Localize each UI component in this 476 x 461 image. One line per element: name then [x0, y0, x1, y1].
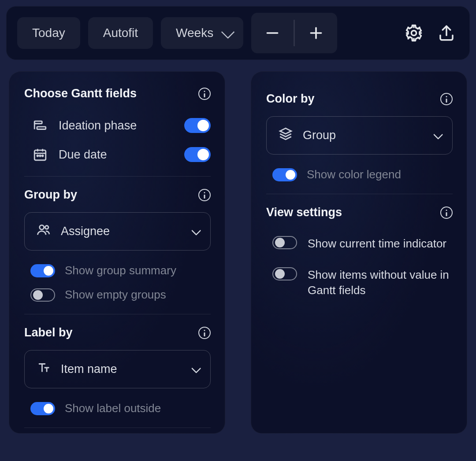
- sub-label: Show group summary: [65, 264, 211, 277]
- sub-label: Show empty groups: [65, 288, 211, 302]
- toggle-show-label-outside[interactable]: [30, 402, 55, 415]
- people-icon: [36, 222, 51, 240]
- section-gantt-fields-header: Choose Gantt fields: [24, 87, 211, 100]
- view-label: Show current time indicator: [308, 236, 453, 251]
- sub-label: Show label outside: [65, 402, 211, 415]
- gantt-field-label: Due date: [59, 148, 175, 162]
- panel-left: Choose Gantt fields Ideation phase Due d…: [9, 71, 225, 434]
- timescale-label: Weeks: [176, 26, 213, 40]
- settings-panels: Choose Gantt fields Ideation phase Due d…: [6, 71, 470, 434]
- svg-point-14: [42, 155, 43, 156]
- gantt-field-row-ideation: Ideation phase: [24, 111, 211, 140]
- autofit-button[interactable]: Autofit: [88, 17, 153, 49]
- info-icon[interactable]: [440, 93, 453, 105]
- today-label: Today: [32, 26, 65, 40]
- section-group-by-header: Group by: [24, 188, 211, 202]
- toggle-show-empty-groups[interactable]: [30, 288, 55, 302]
- section-title: Label by: [24, 326, 73, 339]
- info-icon[interactable]: [198, 88, 211, 100]
- gear-icon: [405, 24, 423, 42]
- show-items-without-value-row: Show items without value in Gantt fields: [266, 261, 453, 308]
- svg-point-15: [40, 225, 44, 229]
- export-button[interactable]: [434, 21, 459, 45]
- svg-point-3: [411, 30, 416, 35]
- color-by-select[interactable]: Group: [266, 116, 453, 155]
- svg-point-13: [40, 155, 41, 156]
- minus-icon: [264, 24, 281, 42]
- plus-icon: [307, 24, 325, 42]
- divider: [24, 428, 211, 428]
- toggle-ideation-phase[interactable]: [184, 118, 211, 133]
- svg-point-12: [37, 155, 38, 156]
- settings-button[interactable]: [402, 21, 426, 45]
- divider: [266, 194, 453, 194]
- chevron-down-icon: [191, 225, 201, 236]
- chevron-down-icon: [191, 363, 201, 373]
- toggle-show-current-time[interactable]: [272, 236, 297, 249]
- show-group-summary-row: Show group summary: [24, 258, 211, 283]
- zoom-in-button[interactable]: [295, 13, 337, 53]
- toggle-show-color-legend[interactable]: [272, 168, 297, 181]
- toolbar: Today Autofit Weeks: [6, 6, 470, 60]
- chevron-down-icon: [221, 25, 235, 39]
- label-by-value: Item name: [61, 362, 182, 376]
- chevron-down-icon: [433, 129, 443, 140]
- panel-right: Color by Group Show color legend View se…: [251, 71, 467, 434]
- toggle-show-items-without-value[interactable]: [272, 267, 297, 280]
- section-title: Color by: [266, 92, 315, 106]
- text-icon: [36, 360, 51, 378]
- autofit-label: Autofit: [103, 26, 138, 40]
- view-label: Show items without value in Gantt fields: [308, 267, 453, 298]
- sub-label: Show color legend: [307, 168, 453, 181]
- show-color-legend-row: Show color legend: [266, 162, 453, 187]
- divider: [24, 314, 211, 314]
- show-label-outside-row: Show label outside: [24, 396, 211, 420]
- show-current-time-row: Show current time indicator: [266, 230, 453, 261]
- show-empty-groups-row: Show empty groups: [24, 283, 211, 307]
- timeline-icon: [30, 118, 50, 133]
- today-button[interactable]: Today: [17, 17, 80, 49]
- info-icon[interactable]: [198, 327, 211, 339]
- upload-icon: [437, 24, 456, 42]
- info-icon[interactable]: [198, 189, 211, 201]
- group-by-select[interactable]: Assignee: [24, 212, 211, 251]
- section-label-by-header: Label by: [24, 326, 211, 339]
- toggle-due-date[interactable]: [184, 147, 211, 162]
- section-title: Group by: [24, 188, 77, 202]
- section-title: Choose Gantt fields: [24, 87, 137, 100]
- info-icon[interactable]: [440, 207, 453, 219]
- timescale-select[interactable]: Weeks: [161, 17, 243, 49]
- toggle-show-group-summary[interactable]: [30, 264, 55, 277]
- color-by-value: Group: [303, 129, 424, 142]
- group-by-value: Assignee: [61, 225, 182, 238]
- section-view-settings-header: View settings: [266, 206, 453, 219]
- section-color-by-header: Color by: [266, 92, 453, 106]
- svg-rect-5: [34, 121, 42, 124]
- svg-point-16: [45, 226, 48, 229]
- divider: [24, 176, 211, 177]
- layers-icon: [278, 126, 293, 144]
- gantt-field-row-due-date: Due date: [24, 140, 211, 169]
- calendar-icon: [30, 147, 50, 162]
- section-title: View settings: [266, 206, 342, 219]
- label-by-select[interactable]: Item name: [24, 350, 211, 388]
- gantt-field-label: Ideation phase: [59, 119, 175, 133]
- svg-rect-6: [37, 127, 46, 129]
- zoom-out-button[interactable]: [251, 13, 294, 53]
- zoom-group: [251, 13, 337, 53]
